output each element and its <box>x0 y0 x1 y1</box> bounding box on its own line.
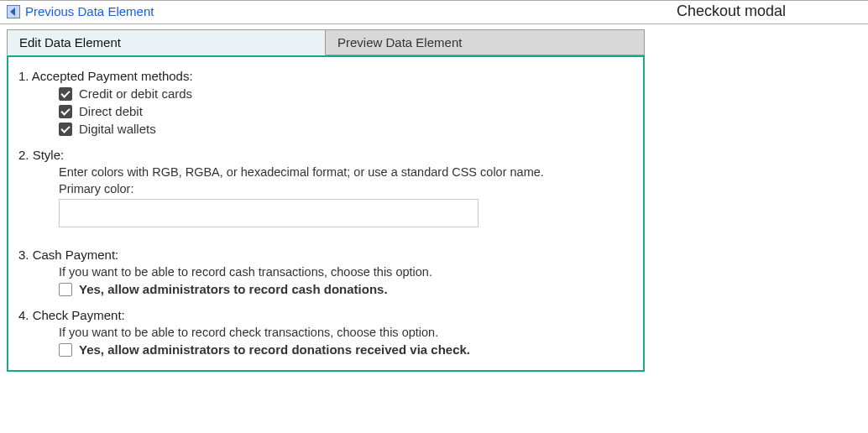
section-title: 1. Accepted Payment methods: <box>18 69 633 83</box>
cash-hint: If you want to be able to record cash tr… <box>59 265 633 279</box>
back-icon[interactable] <box>7 5 20 18</box>
tabs: Edit Data Element Preview Data Element <box>7 29 868 55</box>
option-digital-wallets[interactable]: Digital wallets <box>59 122 633 136</box>
tab-edit[interactable]: Edit Data Element <box>7 29 326 55</box>
checkbox-icon[interactable] <box>59 87 72 101</box>
section-title: 4. Check Payment: <box>18 308 633 322</box>
option-direct-debit[interactable]: Direct debit <box>59 104 633 118</box>
previous-data-element-link[interactable]: Previous Data Element <box>25 4 154 18</box>
top-bar: Previous Data Element Checkout modal <box>0 0 868 24</box>
check-hint: If you want to be able to record check t… <box>59 326 633 339</box>
section-accepted-payment: 1. Accepted Payment methods: Credit or d… <box>18 69 633 136</box>
section-title: 3. Cash Payment: <box>18 248 633 262</box>
option-label: Digital wallets <box>79 122 156 136</box>
checkbox-icon[interactable] <box>59 283 72 296</box>
edit-panel: 1. Accepted Payment methods: Credit or d… <box>7 55 645 372</box>
option-allow-cash[interactable]: Yes, allow administrators to record cash… <box>59 282 633 296</box>
option-label: Yes, allow administrators to record cash… <box>79 282 388 296</box>
style-hint: Enter colors with RGB, RGBA, or hexadeci… <box>59 165 633 179</box>
section-cash-payment: 3. Cash Payment: If you want to be able … <box>18 248 633 296</box>
section-title: 2. Style: <box>18 148 633 162</box>
checkbox-icon[interactable] <box>59 123 72 136</box>
page-title: Checkout modal <box>677 3 786 20</box>
primary-color-input[interactable] <box>59 199 478 227</box>
section-style: 2. Style: Enter colors with RGB, RGBA, o… <box>18 148 633 236</box>
option-allow-check[interactable]: Yes, allow administrators to record dona… <box>59 342 633 357</box>
option-label: Credit or debit cards <box>79 86 192 101</box>
tab-preview[interactable]: Preview Data Element <box>326 29 645 55</box>
option-credit-cards[interactable]: Credit or debit cards <box>59 86 633 101</box>
section-check-payment: 4. Check Payment: If you want to be able… <box>18 308 633 357</box>
primary-color-label: Primary color: <box>59 182 633 196</box>
checkbox-icon[interactable] <box>59 343 72 357</box>
option-label: Yes, allow administrators to record dona… <box>79 342 470 357</box>
checkbox-icon[interactable] <box>59 105 72 118</box>
option-label: Direct debit <box>79 104 143 118</box>
